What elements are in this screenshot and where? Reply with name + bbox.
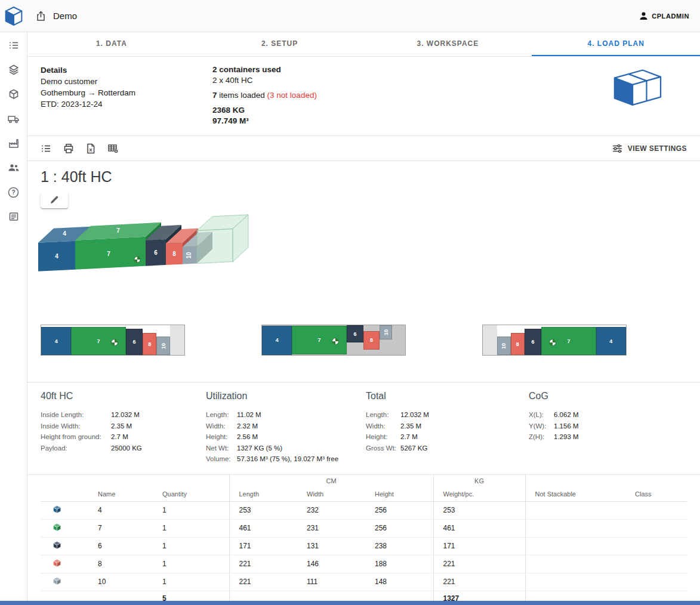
spec-col-cog: CoG X(L):6.062 M Y(W):1.156 M Z(H):1.293… <box>529 391 579 465</box>
item-width: 111 <box>297 573 365 591</box>
load-item-box-10[interactable]: 10 <box>156 337 170 355</box>
items-loaded-line: 7 items loaded (3 not loaded) <box>212 90 317 101</box>
spec-label: Inside Width: <box>41 421 111 432</box>
container-types-icon[interactable] <box>8 64 19 76</box>
share-icon[interactable] <box>36 11 46 21</box>
spec-value: 6.062 M <box>554 409 579 421</box>
col-header-quantity[interactable]: Quantity <box>153 487 229 502</box>
load-item-box-8[interactable]: 8 <box>143 333 156 355</box>
load-item-label: 6 <box>531 339 534 345</box>
news-icon[interactable] <box>8 211 19 223</box>
item-class <box>625 537 687 555</box>
user-menu[interactable]: CPLADMIN <box>639 11 689 20</box>
excel-export-icon[interactable]: X <box>86 143 95 155</box>
print-icon[interactable] <box>63 143 74 155</box>
spec-label: Width: <box>366 421 400 432</box>
table-row[interactable]: 4 1 253 232 256 253 <box>41 501 687 519</box>
load-item-box-10[interactable]: 10 <box>380 325 393 339</box>
col-header-weight[interactable]: Weight/pc. <box>433 487 525 502</box>
svg-text:7: 7 <box>107 251 110 257</box>
item-width: 232 <box>297 501 365 519</box>
item-weight: 221 <box>433 573 525 591</box>
load-item-box-8[interactable]: 8 <box>511 333 525 355</box>
spec-value: 2.35 M <box>111 421 132 432</box>
table-row[interactable]: 6 1 171 131 238 171 <box>41 537 687 555</box>
load-item-box-6[interactable]: 6 <box>126 329 143 355</box>
item-length: 461 <box>229 519 297 537</box>
help-icon[interactable]: ? <box>8 186 19 198</box>
spec-value: 12.032 M <box>400 409 429 421</box>
load-item-label: 4 <box>55 338 58 344</box>
svg-text:4: 4 <box>63 230 66 237</box>
item-height: 256 <box>365 519 433 537</box>
load-item-box-10[interactable]: 10 <box>497 337 511 355</box>
edit-container-button[interactable] <box>41 192 68 208</box>
spec-label: Length: <box>206 409 237 421</box>
route: Gothemburg → Rotterdam <box>41 87 212 98</box>
item-cube-icon <box>53 558 61 567</box>
load-item-box-4[interactable]: 4 <box>41 327 71 355</box>
col-header-length[interactable]: Length <box>229 487 297 502</box>
item-quantity: 1 <box>153 573 229 591</box>
item-cube-icon <box>53 541 61 550</box>
tab-workspace[interactable]: 3. WORKSPACE <box>364 32 532 56</box>
load-item-label: 7 <box>97 338 100 344</box>
project-title: Demo <box>53 11 77 21</box>
col-header-height[interactable]: Height <box>365 487 433 502</box>
app-logo[interactable] <box>0 6 27 26</box>
col-header-width[interactable]: Width <box>297 487 365 502</box>
company-icon[interactable] <box>8 137 19 149</box>
col-header-not-stackable[interactable]: Not Stackable <box>525 487 625 502</box>
spec-label: Height from ground: <box>41 431 111 443</box>
col-header-name[interactable]: Name <box>88 487 153 502</box>
load-item-box-8[interactable]: 8 <box>363 331 379 350</box>
item-width: 231 <box>297 519 365 537</box>
sidebar: ? <box>0 32 27 601</box>
customer-name: Demo customer <box>41 76 212 87</box>
item-name: 8 <box>88 555 153 573</box>
cog-marker <box>134 257 140 263</box>
load-item-label: 7 <box>317 337 320 343</box>
load-item-box-6[interactable]: 6 <box>525 329 542 355</box>
load-item-box-7[interactable]: 7 <box>292 326 346 355</box>
empty-space <box>170 325 184 355</box>
table-row[interactable]: 10 1 221 111 148 221 <box>41 573 687 591</box>
item-length: 171 <box>229 537 297 555</box>
spec-value: 11.02 M <box>237 409 261 421</box>
cargo-items-icon[interactable] <box>8 88 19 100</box>
container-top-view: 4 7 6 8 10 <box>261 325 406 356</box>
users-icon[interactable] <box>8 162 20 174</box>
spec-label: Length: <box>366 409 400 421</box>
item-cube-icon <box>53 576 61 585</box>
col-header-class[interactable]: Class <box>625 487 687 502</box>
item-weight: 171 <box>433 537 525 555</box>
item-weight: 253 <box>433 501 525 519</box>
containers-type: 2 x 40ft HC <box>212 75 317 86</box>
table-row[interactable]: 7 1 461 231 256 461 <box>41 519 687 537</box>
tab-setup[interactable]: 2. SETUP <box>196 32 364 56</box>
load-item-label: 8 <box>370 337 373 343</box>
summary-list-icon[interactable] <box>8 39 19 51</box>
total-weight: 2368 KG <box>212 105 317 116</box>
load-item-box-4[interactable]: 4 <box>596 327 626 355</box>
spec-col-container: 40ft HC Inside Length:12.032 M Inside Wi… <box>41 391 206 465</box>
details-heading: Details <box>41 64 212 76</box>
tab-load-plan[interactable]: 4. LOAD PLAN <box>532 32 700 56</box>
load-item-box-4[interactable]: 4 <box>262 326 292 355</box>
load-item-box-7[interactable]: 7 <box>541 327 596 355</box>
list-view-icon[interactable] <box>41 143 51 155</box>
table-settings-icon[interactable] <box>107 143 119 155</box>
spec-value: 1.156 M <box>554 421 579 432</box>
load-item-label: 7 <box>567 338 570 344</box>
group-header-cm: CM <box>229 475 433 487</box>
bottom-scrollbar[interactable] <box>0 601 700 605</box>
container-3d-view[interactable]: 4 4 7 7 <box>36 214 687 279</box>
container-side-view: 4 7 6 8 10 <box>41 325 185 356</box>
tab-data[interactable]: 1. DATA <box>27 32 196 56</box>
table-row[interactable]: 8 1 221 146 188 221 <box>41 555 687 573</box>
load-item-box-6[interactable]: 6 <box>347 325 364 342</box>
load-item-box-7[interactable]: 7 <box>71 327 125 355</box>
empty-space <box>483 325 497 355</box>
transports-icon[interactable] <box>8 113 20 125</box>
view-settings-button[interactable]: VIEW SETTINGS <box>612 144 687 153</box>
